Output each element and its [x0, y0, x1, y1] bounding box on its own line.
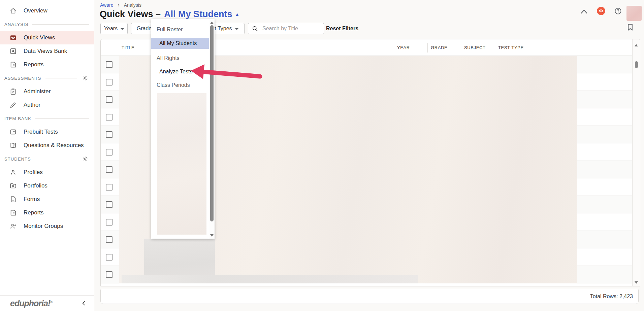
row-checkbox[interactable]	[106, 61, 112, 68]
dropdown-option-all-my-students[interactable]: All My Students	[151, 38, 209, 49]
table-footer: Total Rows: 2,423	[100, 289, 639, 304]
sidebar-item-label: Quick Views	[24, 34, 55, 41]
sidebar-item-label: Author	[24, 102, 40, 108]
report-icon	[9, 209, 17, 216]
sidebar-item-questions-resources[interactable]: Questions & Resources	[0, 139, 94, 152]
section-divider	[45, 78, 77, 78]
column-header-test-type[interactable]: TEST TYPE	[498, 45, 524, 50]
column-separator	[394, 43, 394, 53]
years-filter-button[interactable]: Years	[100, 23, 128, 34]
sidebar-item-reports[interactable]: Reports	[0, 206, 94, 219]
column-separator	[461, 43, 461, 53]
settings-gear-icon[interactable]	[82, 156, 89, 162]
row-checkbox[interactable]	[106, 254, 112, 261]
caret-down-icon	[235, 28, 238, 30]
sidebar-item-data-views-bank[interactable]: Data Views Bank	[0, 44, 94, 58]
row-checkbox[interactable]	[106, 201, 112, 208]
sidebar-item-forms[interactable]: Forms	[0, 193, 94, 206]
sidebar-item-label: Forms	[24, 196, 40, 203]
sidebar-section-label: STUDENTS	[4, 157, 31, 162]
row-checkbox[interactable]	[106, 96, 112, 103]
sidebar-item-label: Overview	[24, 7, 47, 14]
scroll-up-arrow-icon[interactable]	[635, 44, 638, 46]
sidebar-item-label: Portfolios	[24, 182, 47, 189]
sidebar-section-analysis: ANALYSIS	[0, 18, 94, 31]
settings-gear-icon[interactable]	[82, 75, 89, 81]
dropdown-option-class-periods[interactable]: Class Periods	[151, 81, 209, 90]
row-checkbox[interactable]	[106, 79, 112, 85]
page-title: Quick Views – All My Students ▲	[100, 9, 239, 20]
row-checkbox[interactable]	[106, 184, 112, 191]
sidebar-section-label: ITEM BANK	[4, 116, 31, 121]
sidebar-section-label: ANALYSIS	[4, 22, 28, 27]
sidebar-section-item-bank: ITEM BANK	[0, 112, 94, 125]
redacted-region-gray-strip	[122, 275, 418, 283]
search-box	[248, 23, 324, 34]
collapse-header-chevron-up-icon[interactable]	[580, 8, 588, 15]
bookmark-icon[interactable]	[625, 22, 635, 32]
column-separator	[427, 43, 428, 53]
column-separator	[117, 43, 117, 53]
section-divider	[35, 118, 89, 119]
view-selector-button[interactable]: All My Students	[164, 9, 232, 20]
scroll-up-arrow-icon[interactable]	[210, 22, 214, 24]
user-avatar[interactable]	[626, 6, 642, 21]
scroll-down-arrow-icon[interactable]	[635, 281, 638, 284]
app-root: OverviewANALYSISQuick ViewsData Views Ba…	[0, 0, 644, 311]
page-title-prefix: Quick Views –	[100, 9, 161, 20]
sidebar-item-reports[interactable]: Reports	[0, 58, 94, 71]
section-divider	[35, 159, 77, 159]
person-icon	[9, 169, 17, 176]
sidebar-item-administer[interactable]: Administer	[0, 85, 94, 98]
scroll-down-arrow-icon[interactable]	[210, 234, 214, 237]
folder-person-icon	[9, 182, 17, 189]
sidebar-item-label: Data Views Bank	[24, 48, 67, 55]
table-vertical-scrollbar[interactable]	[632, 39, 640, 286]
breadcrumb: Aware › Analysis	[100, 2, 141, 8]
sidebar-item-profiles[interactable]: Profiles	[0, 166, 94, 179]
clipboard-check-icon	[9, 88, 17, 95]
sidebar-item-label: Reports	[24, 209, 44, 216]
row-checkbox[interactable]	[106, 166, 112, 173]
column-header-grade[interactable]: GRADE	[431, 45, 447, 50]
redacted-class-periods-region	[157, 93, 206, 235]
sidebar-item-monitor-groups[interactable]: Monitor Groups	[0, 219, 94, 233]
doc-search-icon	[9, 47, 17, 55]
row-checkbox[interactable]	[106, 114, 112, 120]
sidebar-collapse-icon[interactable]	[80, 300, 87, 307]
sidebar-item-author[interactable]: Author	[0, 98, 94, 112]
dropdown-option-full-roster[interactable]: Full Roster	[151, 25, 209, 34]
row-checkbox[interactable]	[106, 236, 112, 243]
eduphoria-logo: eduphoria!®	[10, 299, 52, 308]
sidebar-item-label: Profiles	[24, 169, 43, 176]
sidebar-item-overview[interactable]: Overview	[0, 4, 94, 18]
column-header-year[interactable]: YEAR	[397, 45, 410, 50]
sidebar-item-label: Monitor Groups	[24, 223, 63, 230]
dropdown-scrollbar[interactable]	[209, 19, 215, 239]
sidebar-footer: eduphoria!®	[0, 295, 94, 311]
column-header-subject[interactable]: SUBJECT	[464, 45, 485, 50]
search-input[interactable]	[262, 26, 320, 32]
column-header-title[interactable]: TITLE	[122, 45, 134, 50]
sidebar-item-prebuilt-tests[interactable]: Prebuilt Tests	[0, 125, 94, 139]
aware-eye-logo-icon[interactable]	[597, 6, 606, 15]
sidebar-item-quick-views[interactable]: Quick Views	[0, 31, 94, 44]
sidebar-section-students: STUDENTS	[0, 152, 94, 166]
row-checkbox[interactable]	[106, 219, 112, 226]
breadcrumb-link-aware[interactable]: Aware	[100, 2, 113, 8]
row-checkbox[interactable]	[106, 149, 112, 156]
sidebar-item-label: Administer	[24, 88, 51, 95]
scrollbar-thumb[interactable]	[635, 61, 638, 68]
dropdown-option-analyze-tests[interactable]: Analyze Tests	[151, 67, 209, 76]
dropdown-scrollbar-thumb[interactable]	[210, 25, 214, 221]
row-checkbox[interactable]	[106, 271, 112, 278]
dropdown-option-all-rights[interactable]: All Rights	[151, 54, 209, 63]
sidebar-nav: OverviewANALYSISQuick ViewsData Views Ba…	[0, 0, 94, 233]
row-checkbox[interactable]	[106, 131, 112, 138]
view-selector-caret-up-icon[interactable]: ▲	[235, 12, 239, 17]
help-icon[interactable]	[614, 7, 622, 15]
sidebar-item-portfolios[interactable]: Portfolios	[0, 179, 94, 193]
years-filter-label: Years	[104, 26, 118, 32]
total-rows-value: 2,423	[619, 293, 633, 300]
reset-filters-button[interactable]: Reset Filters	[326, 23, 358, 34]
